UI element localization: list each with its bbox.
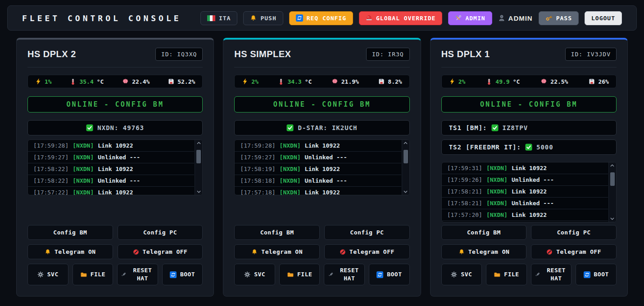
stat-temperature-value: 34.3 [287, 78, 301, 85]
log-entry: [17:58:22][NXDN]Link 10922 [28, 163, 194, 175]
stat-temperature-value: 35.4 [79, 78, 93, 85]
file-button[interactable]: FILE [486, 264, 527, 285]
telegram-on-button[interactable]: Telegram ON [27, 244, 113, 259]
telegram-on-button[interactable]: Telegram ON [234, 244, 320, 259]
telegram-off-button[interactable]: Telegram OFF [531, 244, 617, 259]
svc-button[interactable]: SVC [441, 264, 482, 285]
divider [234, 67, 409, 68]
log-entry: [17:58:22][NXDN]Unlinked --- [28, 175, 194, 187]
card-deck: HS DPLX 2 ID: IQ3XQ 1% 35.4°C 22.4% 52.2… [16, 38, 628, 297]
scrollbar-thumb[interactable] [610, 172, 615, 186]
bell-icon [45, 249, 51, 255]
reset-hat-button[interactable]: RESET HAT [117, 264, 158, 285]
config-pc-button[interactable]: Config PC [118, 225, 203, 240]
sync-icon [170, 271, 177, 278]
scroll-down-icon[interactable] [404, 189, 408, 195]
stat-temperature: 49.9°C [486, 78, 520, 85]
plug-icon [328, 271, 334, 278]
sync-icon [376, 271, 383, 278]
stat-power-value: 1% [45, 78, 52, 85]
timeslot-2: TS2 [FREEDMR IT]: 5000 [441, 140, 617, 155]
brain-icon [122, 78, 129, 85]
scrollbar-thumb[interactable] [196, 150, 201, 163]
check-icon [86, 124, 93, 131]
thermometer-icon [70, 78, 76, 85]
pass-label: PASS [556, 15, 572, 22]
config-pc-button[interactable]: Config PC [531, 225, 617, 240]
log-entry: [17:59:27][NXDN]Unlinked --- [28, 152, 194, 163]
stat-memory: 21.9% [331, 78, 359, 85]
config-bm-button[interactable]: Config BM [234, 225, 320, 240]
boot-button[interactable]: BOOT [576, 264, 617, 285]
folder-icon [494, 271, 500, 278]
svc-button[interactable]: SVC [27, 264, 68, 285]
logout-label: LOGOUT [591, 15, 615, 22]
card-title: HS SIMPLEX [234, 49, 291, 59]
stat-memory-value: 22.5% [550, 78, 568, 85]
log-panel[interactable]: [17:59:28][NXDN]Link 10922 [17:59:27][NX… [234, 140, 409, 195]
reset-hat-button[interactable]: RESET HAT [531, 264, 572, 285]
global-override-button[interactable]: GLOBAL OVERRIDE [359, 11, 442, 25]
key-icon [545, 14, 553, 22]
config-bm-button[interactable]: Config BM [27, 225, 113, 240]
scrollbar[interactable] [195, 140, 202, 195]
scrollbar-thumb[interactable] [404, 150, 408, 163]
log-entry: [17:59:27][NXDN]Unlinked --- [235, 152, 401, 163]
scrollbar[interactable] [608, 162, 616, 222]
gear-icon [37, 271, 44, 278]
svc-button[interactable]: SVC [234, 264, 275, 285]
stat-temperature-unit: °C [513, 78, 520, 85]
device-card-hs-simplex: HS SIMPLEX ID: IR3Q 2% 34.3°C 21.9% 8.2%… [223, 38, 421, 297]
stat-memory: 22.5% [540, 78, 568, 85]
language-button[interactable]: ITA [200, 11, 237, 25]
bell-icon [458, 249, 465, 255]
reset-hat-button[interactable]: RESET HAT [324, 264, 365, 285]
telegram-off-button[interactable]: Telegram OFF [118, 244, 203, 259]
check-icon [525, 144, 532, 151]
push-label: PUSH [260, 15, 276, 22]
scroll-up-icon[interactable] [404, 140, 408, 146]
plug-icon [535, 271, 541, 278]
user-icon [498, 14, 505, 22]
stat-disk: 26% [589, 78, 608, 85]
status-banner: ONLINE - CONFIG BM [27, 96, 203, 112]
scroll-up-icon[interactable] [610, 162, 614, 169]
hammer-wrench-icon [455, 15, 462, 22]
stat-disk-value: 26% [598, 78, 608, 85]
telegram-off-button[interactable]: Telegram OFF [324, 244, 410, 259]
device-id-badge: ID: IR3Q [366, 48, 410, 61]
boot-button[interactable]: BOOT [369, 264, 410, 285]
scrollbar[interactable] [402, 140, 409, 195]
divider [441, 67, 617, 68]
stats-bar: 2% 34.3°C 21.9% 8.2% [234, 75, 409, 88]
log-panel[interactable]: [17:59:31][NXDN]Link 10922 [17:59:26][NX… [441, 162, 617, 222]
timeslot-1-value: IZ8TPV [503, 124, 528, 131]
lightning-bolt-icon [242, 78, 248, 85]
push-button[interactable]: PUSH [243, 11, 283, 25]
stat-temperature-unit: °C [305, 78, 312, 85]
admin-tools-label: ADMIN [465, 15, 485, 22]
scroll-down-icon[interactable] [610, 216, 614, 222]
file-button[interactable]: FILE [73, 264, 113, 285]
req-config-button[interactable]: REQ CONFIG [289, 11, 353, 25]
boot-button[interactable]: BOOT [162, 264, 203, 285]
file-button[interactable]: FILE [279, 264, 320, 285]
sync-icon [584, 271, 590, 278]
scroll-down-icon[interactable] [197, 189, 201, 195]
logout-button[interactable]: LOGOUT [585, 11, 622, 25]
log-panel[interactable]: [17:59:28][NXDN]Link 10922 [17:59:27][NX… [27, 140, 203, 195]
bell-icon [251, 249, 258, 255]
scroll-up-icon[interactable] [197, 140, 201, 146]
config-bm-button[interactable]: Config BM [441, 225, 527, 240]
admin-tools-button[interactable]: ADMIN [448, 11, 492, 25]
language-label: ITA [219, 15, 231, 22]
config-pc-button[interactable]: Config PC [324, 225, 410, 240]
prohibited-icon [546, 249, 553, 255]
telegram-on-button[interactable]: Telegram ON [441, 244, 527, 259]
top-bar-actions: ITA PUSH REQ CONFIG GLOBAL OVERRIDE ADMI [200, 11, 622, 25]
log-entry: [17:58:18][NXDN]Unlinked --- [235, 175, 401, 187]
card-title: HS DPLX 2 [27, 49, 76, 59]
folder-icon [80, 271, 87, 278]
italian-flag-icon [207, 15, 215, 21]
pass-button[interactable]: PASS [539, 11, 579, 25]
